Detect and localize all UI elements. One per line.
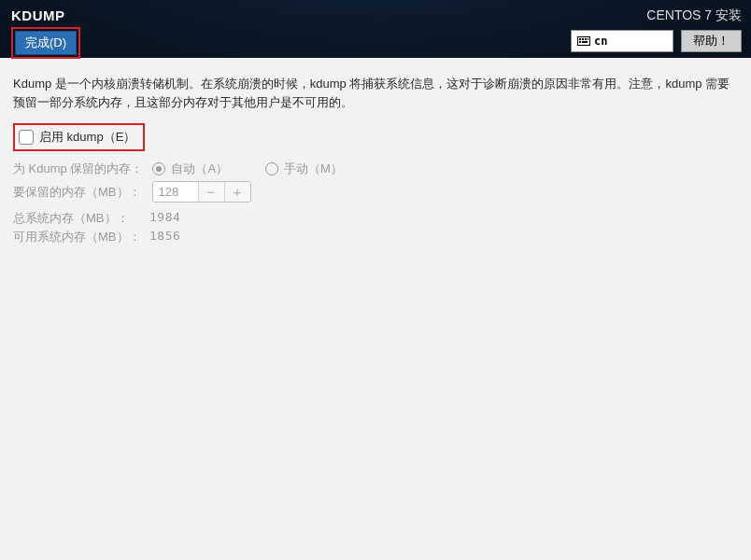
header-controls: cn 帮助！ [571,30,742,52]
available-memory-label: 可用系统内存（MB）： [13,229,142,245]
total-memory-label: 总系统内存（MB）： [13,210,142,227]
reserve-manual-radio[interactable] [265,162,278,175]
page-title: KDUMP [11,7,80,23]
keyboard-icon [577,36,590,46]
enable-kdump-row-highlight: 启用 kdump（E） [13,123,145,151]
reserve-amount-spinner: − + [152,181,251,203]
reserve-amount-input[interactable] [153,182,198,202]
reserve-amount-row: 要保留的内存（MB）： − + [13,181,738,203]
keyboard-layout-selector[interactable]: cn [571,30,673,52]
kdump-description: Kdump 是一个内核崩溃转储机制。在系统崩溃的时候，kdump 将捕获系统信息… [13,75,738,112]
reserve-amount-increment[interactable]: + [224,182,250,202]
enable-kdump-checkbox[interactable] [19,130,34,145]
reserve-amount-decrement[interactable]: − [198,182,224,202]
content: Kdump 是一个内核崩溃转储机制。在系统崩溃的时候，kdump 将捕获系统信息… [0,58,751,264]
reserve-auto-radio[interactable] [152,162,165,175]
install-title: CENTOS 7 安装 [571,7,742,24]
memory-info: 总系统内存（MB）： 1984 可用系统内存（MB）： 1856 [13,210,738,245]
reserve-amount-label: 要保留的内存（MB）： [13,184,141,201]
available-memory-row: 可用系统内存（MB）： 1856 [13,229,738,245]
enable-kdump-label: 启用 kdump（E） [39,129,135,146]
available-memory-value: 1856 [149,229,180,245]
reserve-manual-label: 手动（M） [284,161,343,177]
header: KDUMP 完成(D) CENTOS 7 安装 cn 帮助！ [0,0,751,58]
done-button[interactable]: 完成(D) [15,31,77,55]
done-button-highlight: 完成(D) [11,27,80,59]
reserve-mode-label: 为 Kdump 保留的内存： [13,161,143,177]
keyboard-layout-code: cn [594,35,607,48]
reserve-auto-label: 自动（A） [171,161,228,177]
help-button[interactable]: 帮助！ [681,30,742,52]
header-left: KDUMP 完成(D) [0,0,80,58]
total-memory-row: 总系统内存（MB）： 1984 [13,210,738,227]
header-right: CENTOS 7 安装 cn 帮助！ [571,0,751,58]
reserve-mode-row: 为 Kdump 保留的内存： 自动（A） 手动（M） [13,161,738,177]
total-memory-value: 1984 [149,210,180,227]
